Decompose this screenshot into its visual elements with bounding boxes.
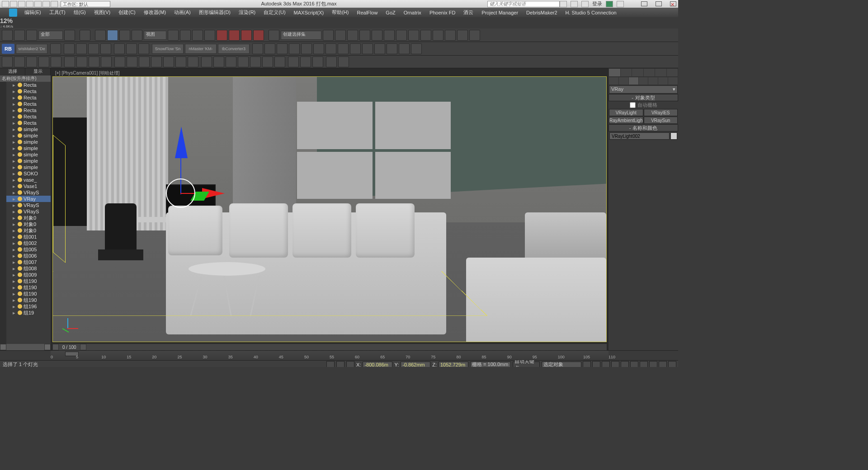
menu-projectmanager[interactable]: Project Manager	[478, 9, 522, 16]
render-active-icon[interactable]	[457, 30, 468, 41]
menu-create[interactable]: 创建(C)	[115, 8, 139, 17]
login-link[interactable]: 登录	[592, 0, 602, 7]
plugin-label[interactable]: SnowFlow 'Sn	[152, 44, 184, 54]
close-icon[interactable]: ✕	[670, 1, 676, 6]
workspace-dropdown[interactable]: 工作区: 默认	[61, 1, 110, 7]
render-iter-icon[interactable]	[445, 30, 456, 41]
rotate-icon[interactable]	[119, 30, 130, 41]
tree-item[interactable]: ▸simple	[6, 132, 51, 139]
viewport[interactable]	[52, 76, 607, 342]
display-tab-icon[interactable]	[655, 69, 666, 76]
lights-cat-icon[interactable]	[629, 77, 638, 85]
menu-group[interactable]: 组(G)	[70, 8, 90, 17]
object-name-input[interactable]	[609, 132, 670, 140]
maximize-icon[interactable]	[656, 1, 662, 6]
timeline-scrollbar[interactable]: 0 / 100	[52, 344, 607, 350]
menu-studio5[interactable]: H. Studio 5 Connection	[562, 9, 620, 16]
tree-item[interactable]: ▸组002	[6, 240, 51, 246]
goto-end-icon[interactable]	[621, 361, 629, 367]
menu-customize[interactable]: 自定义(U)	[260, 8, 289, 17]
z-coord-input[interactable]: 1052.729m	[439, 362, 468, 367]
minimize-icon[interactable]	[641, 1, 647, 6]
prim-e-icon[interactable]	[250, 56, 261, 67]
named-selection-dropdown[interactable]: 创建选择集	[281, 31, 321, 40]
qat-undo-icon[interactable]	[26, 1, 33, 7]
plugin-btn-icon[interactable]	[50, 43, 61, 54]
sphere-prim-icon[interactable]	[64, 43, 75, 54]
bulb-icon[interactable]	[411, 43, 422, 54]
tree-item[interactable]: ▸Recta	[6, 101, 51, 107]
tree-hscrollbar[interactable]	[0, 344, 51, 350]
play-icon[interactable]	[602, 361, 610, 367]
shapes-cat-icon[interactable]	[619, 77, 628, 85]
mat-c-icon[interactable]	[312, 56, 323, 67]
record-icon[interactable]	[374, 43, 385, 54]
qat-link-icon[interactable]	[42, 1, 50, 7]
recycle-icon[interactable]	[76, 56, 87, 67]
help-icon[interactable]	[617, 1, 624, 7]
menu-tools[interactable]: 工具(T)	[46, 8, 69, 17]
motion-tab-icon[interactable]	[644, 69, 655, 76]
schematic-view-icon[interactable]	[359, 30, 370, 41]
keyboard-toggle-icon[interactable]	[192, 30, 203, 41]
tree-item[interactable]: ▸对象0	[6, 221, 51, 227]
monitor-icon[interactable]	[387, 43, 397, 54]
viewport-label[interactable]: [+] [PhysCamera001] [明暗处理]	[55, 70, 120, 76]
rb-plugin-button[interactable]: RB	[2, 44, 14, 54]
tree-item[interactable]: ▸Recta	[6, 107, 51, 113]
tab-display[interactable]: 显示	[25, 68, 51, 75]
pivot-icon[interactable]	[168, 30, 179, 41]
qat-more-icon[interactable]	[51, 1, 58, 7]
sphere2-icon[interactable]	[175, 56, 186, 67]
edit-named-sel-icon[interactable]	[253, 30, 264, 41]
particle-prim-icon[interactable]	[100, 43, 111, 54]
arrow-icon[interactable]	[326, 43, 336, 54]
box-prim-icon[interactable]	[114, 56, 125, 67]
zoom-icon[interactable]	[649, 361, 657, 367]
category-dropdown[interactable]: VRay▾	[609, 85, 678, 94]
eye-icon[interactable]	[399, 43, 410, 54]
tree-item[interactable]: ▸组006	[6, 253, 51, 259]
menu-debrismaker[interactable]: DebrisMaker2	[523, 9, 561, 16]
geometry-cat-icon[interactable]	[609, 77, 618, 85]
tree-item[interactable]: ▸simple	[6, 158, 51, 164]
time-prev-icon[interactable]	[52, 344, 59, 350]
render-region-icon[interactable]	[420, 30, 431, 41]
ext-icon[interactable]	[2, 56, 13, 67]
capsule-prim-icon[interactable]	[127, 56, 137, 67]
qat-open-icon[interactable]	[10, 1, 17, 7]
tree-item[interactable]: ▸simple	[6, 164, 51, 170]
time-slider[interactable]: 0510152025303540455055606570758085909510…	[0, 350, 678, 360]
cloud-icon[interactable]	[14, 56, 25, 67]
scroll-right-icon[interactable]	[44, 344, 51, 350]
autogrid-checkbox[interactable]	[630, 102, 636, 108]
anim-play-icon[interactable]	[114, 43, 125, 54]
exchange-icon[interactable]	[606, 1, 613, 7]
utilities-tab-icon[interactable]	[667, 69, 678, 76]
tree-item[interactable]: ▸组009	[6, 272, 51, 278]
render-frame-icon[interactable]	[396, 30, 407, 41]
scroll-left-icon[interactable]	[0, 344, 6, 350]
scene-icon[interactable]	[264, 43, 275, 54]
next-frame-icon[interactable]	[611, 361, 619, 367]
prim-d-icon[interactable]	[238, 56, 249, 67]
render-prod-icon[interactable]	[433, 30, 443, 41]
menu-phoenixfd[interactable]: Phoenix FD	[426, 9, 459, 16]
tree-item[interactable]: ▸组190	[6, 297, 51, 303]
people-icon[interactable]	[277, 43, 288, 54]
x-coord-input[interactable]: -800.086m	[363, 362, 392, 367]
undo-icon[interactable]	[2, 30, 13, 41]
angle-snap-icon[interactable]	[217, 30, 227, 41]
goto-start-icon[interactable]	[583, 361, 591, 367]
prim-f-icon[interactable]	[262, 56, 273, 67]
tree-item[interactable]: ▸组19	[6, 310, 51, 316]
key-filter-combo[interactable]: 选定对象	[542, 362, 581, 367]
play-frame-icon[interactable]	[362, 43, 373, 54]
helpers-cat-icon[interactable]	[648, 77, 658, 85]
zoom-all-icon[interactable]	[668, 361, 676, 367]
tree-item[interactable]: ▸组007	[6, 259, 51, 265]
tree-item[interactable]: ▸Recta	[6, 113, 51, 120]
star-icon[interactable]	[571, 1, 578, 7]
y-coord-input[interactable]: -0.862mm	[401, 362, 430, 367]
scene-tree[interactable]: ▸Recta▸Recta▸Recta▸Recta▸Recta▸Recta▸Rec…	[0, 82, 51, 344]
